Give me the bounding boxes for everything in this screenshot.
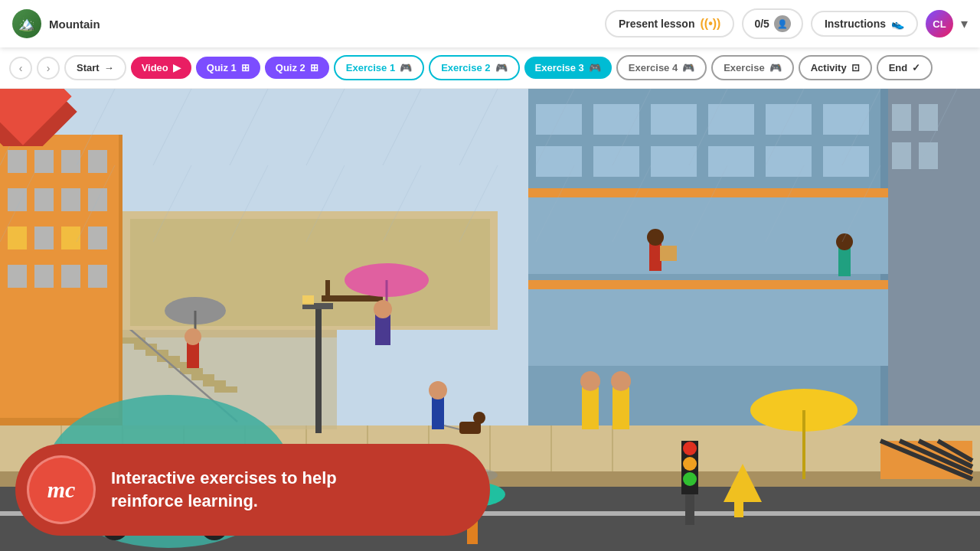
activity-label: Activity — [811, 62, 847, 73]
svg-rect-85 — [315, 303, 322, 433]
svg-rect-32 — [823, 146, 869, 177]
svg-rect-18 — [88, 265, 107, 288]
svg-rect-9 — [61, 188, 80, 211]
overlay-description: Interactive exercises to help reinforce … — [111, 467, 337, 512]
svg-rect-26 — [823, 104, 869, 135]
present-lesson-label: Present lesson — [619, 18, 695, 30]
score-user-icon: 👤 — [774, 15, 791, 32]
video-button[interactable]: Video ▶ — [131, 57, 191, 79]
exercise5-button[interactable]: Exercise 🎮 — [711, 55, 794, 80]
overlay-line2: reinforce learning. — [111, 491, 258, 510]
top-bar-right: Present lesson ((•)) 0/5 👤 Instructions … — [605, 8, 968, 39]
svg-rect-65 — [191, 374, 214, 380]
svg-rect-39 — [919, 104, 938, 131]
gamepad4-icon: 🎮 — [682, 62, 694, 73]
svg-point-108 — [473, 412, 485, 424]
svg-rect-103 — [187, 341, 199, 368]
svg-rect-114 — [649, 242, 662, 271]
svg-rect-33 — [528, 188, 888, 197]
exercise1-button[interactable]: Exercise 1 🎮 — [334, 55, 424, 80]
svg-rect-6 — [88, 150, 107, 173]
svg-rect-24 — [708, 104, 754, 135]
next-nav-button[interactable]: › — [37, 57, 60, 80]
exercise3-button[interactable]: Exercise 3 🎮 — [524, 57, 612, 79]
svg-rect-11 — [8, 227, 27, 249]
svg-rect-94 — [734, 502, 743, 517]
corner-decoration — [0, 89, 107, 146]
svg-rect-67 — [214, 386, 237, 393]
svg-rect-23 — [651, 104, 697, 135]
svg-rect-15 — [8, 265, 27, 288]
broadcast-icon: ((•)) — [700, 17, 720, 31]
svg-point-115 — [647, 229, 664, 246]
svg-rect-28 — [593, 146, 639, 177]
exercise1-label: Exercise 1 — [346, 62, 395, 73]
svg-rect-72 — [325, 280, 330, 297]
svg-rect-110 — [582, 387, 599, 429]
svg-rect-5 — [61, 150, 80, 173]
quiz1-button[interactable]: Quiz 1 ⊞ — [196, 57, 260, 79]
top-bar-left: 🏔️ Mountain — [12, 9, 605, 38]
end-label: End — [889, 62, 908, 73]
prev-nav-button[interactable]: ‹ — [9, 57, 32, 80]
svg-point-113 — [611, 371, 631, 391]
svg-rect-105 — [432, 395, 444, 429]
instructions-icon: 👟 — [891, 18, 904, 30]
top-bar: 🏔️ Mountain Present lesson ((•)) 0/5 👤 I… — [0, 0, 980, 47]
exercise2-button[interactable]: Exercise 2 🎮 — [429, 55, 519, 80]
mountain-avatar: 🏔️ — [12, 9, 41, 38]
end-button[interactable]: End ✓ — [877, 55, 933, 80]
svg-point-111 — [580, 371, 600, 391]
svg-point-118 — [836, 233, 853, 250]
exercise4-button[interactable]: Exercise 4 🎮 — [616, 55, 707, 80]
start-label: Start — [77, 62, 100, 73]
svg-rect-34 — [528, 280, 888, 289]
svg-rect-92 — [685, 494, 694, 525]
svg-point-90 — [683, 457, 697, 471]
mc-logo: mc — [27, 455, 96, 524]
activity-icon: ⊡ — [851, 62, 860, 73]
start-button[interactable]: Start → — [64, 55, 126, 80]
instructions-button[interactable]: Instructions 👟 — [811, 11, 918, 37]
svg-rect-17 — [61, 265, 80, 288]
gamepad2-icon: 🎮 — [495, 62, 508, 73]
gamepad3-icon: 🎮 — [589, 62, 601, 73]
svg-rect-36 — [528, 289, 888, 366]
svg-rect-112 — [612, 387, 629, 429]
quiz2-label: Quiz 2 — [276, 62, 305, 73]
instructions-label: Instructions — [825, 18, 886, 30]
svg-rect-35 — [528, 197, 888, 274]
video-label: Video — [142, 62, 168, 73]
quiz2-button[interactable]: Quiz 2 ⊞ — [265, 57, 329, 79]
overlay-line1: Interactive exercises to help — [111, 468, 337, 487]
gamepad5-icon: 🎮 — [769, 62, 782, 73]
main-content: mc Interactive exercises to help reinfor… — [0, 89, 980, 551]
quiz1-icon: ⊞ — [241, 62, 250, 73]
svg-rect-64 — [180, 368, 203, 374]
prev-arrow-icon: ‹ — [19, 62, 23, 74]
score-value: 0/5 — [754, 18, 769, 30]
chevron-down-button[interactable]: ▾ — [961, 15, 968, 32]
gamepad1-icon: 🎮 — [400, 62, 412, 73]
svg-rect-38 — [892, 104, 911, 131]
lesson-nav-bar: ‹ › Start → Video ▶ Quiz 1 ⊞ Quiz 2 ⊞ Ex… — [0, 47, 980, 89]
svg-rect-66 — [203, 380, 226, 386]
exercise4-label: Exercise 4 — [629, 62, 678, 73]
svg-rect-116 — [660, 246, 677, 261]
svg-rect-29 — [651, 146, 697, 177]
svg-rect-87 — [302, 295, 314, 305]
user-avatar: CL — [926, 10, 953, 37]
activity-button[interactable]: Activity ⊡ — [799, 55, 872, 80]
score-badge: 0/5 👤 — [742, 8, 802, 39]
quiz1-label: Quiz 1 — [207, 62, 237, 73]
exercise5-label: Exercise — [724, 62, 765, 73]
checkmark-icon: ✓ — [912, 62, 920, 73]
svg-rect-12 — [34, 227, 54, 249]
svg-rect-3 — [8, 150, 27, 173]
svg-rect-99 — [375, 315, 390, 345]
svg-rect-13 — [61, 227, 80, 249]
exercise3-label: Exercise 3 — [535, 62, 584, 73]
svg-rect-16 — [34, 265, 54, 288]
present-lesson-button[interactable]: Present lesson ((•)) — [605, 10, 735, 37]
svg-rect-14 — [88, 227, 107, 249]
